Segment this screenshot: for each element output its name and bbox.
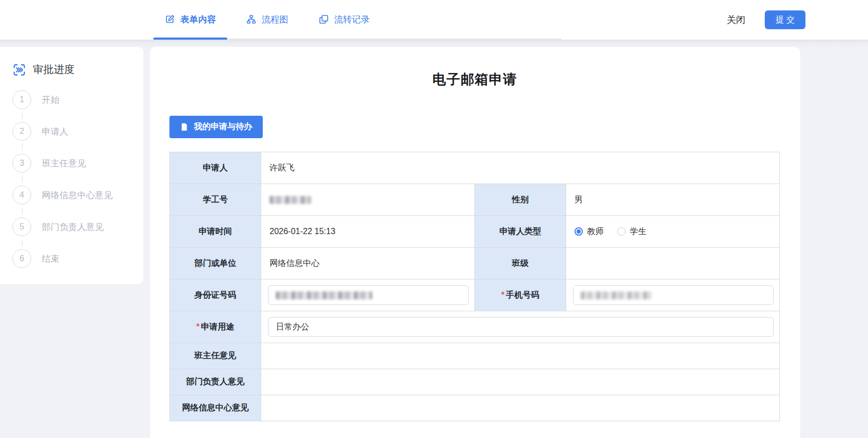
step-label: 部门负责人意见 xyxy=(42,221,104,233)
phone-cell xyxy=(566,279,780,311)
radio-student[interactable]: 学生 xyxy=(617,226,646,237)
flowchart-icon xyxy=(246,14,256,25)
step-item-applicant: 2 申请人 xyxy=(13,122,133,141)
step-label: 网络信息中心意见 xyxy=(42,189,113,201)
header-actions: 关闭 提 交 xyxy=(727,0,868,40)
radio-selected-icon xyxy=(574,227,583,236)
records-icon xyxy=(319,14,329,25)
step-item-teacher-opinion: 3 班主任意见 xyxy=(13,154,133,173)
document-icon xyxy=(180,123,189,131)
close-button[interactable]: 关闭 xyxy=(727,14,745,26)
required-marker: * xyxy=(501,290,504,299)
purpose-label-text: 申请用途 xyxy=(201,322,235,331)
applicant-type-radio-group: 教师 学生 xyxy=(574,226,771,237)
step-connector xyxy=(22,176,22,182)
required-marker: * xyxy=(196,322,199,331)
applicant-type-value: 教师 学生 xyxy=(566,216,780,248)
gender-value: 男 xyxy=(566,184,780,216)
my-applications-button[interactable]: 我的申请与待办 xyxy=(169,116,263,138)
staff-id-label: 学工号 xyxy=(170,184,261,216)
apply-time-label: 申请时间 xyxy=(170,216,261,248)
purpose-input[interactable]: 日常办公 xyxy=(268,317,774,337)
step-circle: 3 xyxy=(13,154,31,173)
class-value xyxy=(566,248,780,279)
row-purpose: *申请用途 日常办公 xyxy=(170,311,780,343)
tab-flowchart[interactable]: 流程图 xyxy=(235,0,300,39)
step-circle: 1 xyxy=(13,90,31,109)
step-connector xyxy=(22,239,22,246)
tab-form-content[interactable]: 表单内容 xyxy=(153,0,227,39)
purpose-cell: 日常办公 xyxy=(261,311,780,343)
row-department-class: 部门或单位 网络信息中心 班级 xyxy=(170,248,780,279)
radio-unselected-icon xyxy=(617,227,626,236)
step-label: 开始 xyxy=(42,94,59,106)
id-number-input[interactable] xyxy=(268,285,469,305)
id-number-label: 身份证号码 xyxy=(170,279,261,311)
step-circle: 4 xyxy=(13,186,31,204)
redacted-staff-id xyxy=(270,196,311,204)
row-staffid-gender: 学工号 性别 男 xyxy=(170,184,780,216)
gender-label: 性别 xyxy=(475,184,566,216)
nic-opinion-value xyxy=(261,395,780,421)
submit-button[interactable]: 提 交 xyxy=(765,10,805,29)
phone-label-text: 手机号码 xyxy=(506,290,540,299)
top-header: 表单内容 流程图 流转记录 关闭 提 交 xyxy=(0,0,868,40)
redacted-id-number xyxy=(276,291,372,299)
staff-id-value xyxy=(261,184,475,216)
tab-label: 流程图 xyxy=(262,14,288,26)
phone-label: *手机号码 xyxy=(475,279,566,311)
department-value: 网络信息中心 xyxy=(261,248,475,279)
department-label: 部门或单位 xyxy=(170,248,261,279)
page-content: 审批进度 1 开始 2 申请人 3 班主任意见 4 网络信息中心意见 xyxy=(0,40,868,438)
approval-progress-panel: 审批进度 1 开始 2 申请人 3 班主任意见 4 网络信息中心意见 xyxy=(0,47,143,284)
class-label: 班级 xyxy=(475,248,566,279)
row-dept-head-opinion: 部门负责人意见 xyxy=(170,369,780,395)
teacher-opinion-label: 班主任意见 xyxy=(170,343,261,369)
step-circle: 5 xyxy=(13,217,31,236)
step-circle: 2 xyxy=(13,122,31,141)
edit-icon xyxy=(165,14,175,25)
teacher-opinion-value xyxy=(261,343,780,369)
form-table: 申请人 许跃飞 学工号 性别 男 申请时间 2026-01-22 15:13 申… xyxy=(169,152,780,421)
phone-input[interactable] xyxy=(573,285,774,305)
radio-teacher[interactable]: 教师 xyxy=(574,226,604,237)
step-connector xyxy=(22,208,22,214)
step-list: 1 开始 2 申请人 3 班主任意见 4 网络信息中心意见 5 部门负责人意见 xyxy=(13,90,133,268)
approval-progress-title: 审批进度 xyxy=(33,63,75,77)
purpose-label: *申请用途 xyxy=(170,311,261,343)
tab-bar: 表单内容 流程图 流转记录 xyxy=(153,0,561,40)
step-item-end: 6 结束 xyxy=(13,249,133,268)
id-number-cell xyxy=(261,279,475,311)
dept-head-opinion-label: 部门负责人意见 xyxy=(170,369,261,395)
progress-scan-icon xyxy=(13,63,26,77)
tab-label: 流转记录 xyxy=(334,14,370,26)
active-tab-indicator xyxy=(153,38,227,40)
step-label: 申请人 xyxy=(42,126,68,138)
approval-progress-header: 审批进度 xyxy=(13,63,133,77)
step-label: 结束 xyxy=(42,253,59,265)
tab-label: 表单内容 xyxy=(180,14,216,26)
nic-opinion-label: 网络信息中心意见 xyxy=(170,395,261,421)
row-applicant: 申请人 许跃飞 xyxy=(170,152,780,184)
apply-time-value: 2026-01-22 15:13 xyxy=(261,216,475,248)
step-connector xyxy=(22,144,22,151)
applicant-label: 申请人 xyxy=(170,152,261,184)
form-card: 电子邮箱申请 我的申请与待办 申请人 许跃飞 学工号 性别 男 申请时间 202… xyxy=(150,47,800,438)
tab-flow-records[interactable]: 流转记录 xyxy=(307,0,381,39)
form-title: 电子邮箱申请 xyxy=(169,70,780,89)
purpose-input-value: 日常办公 xyxy=(276,322,309,333)
row-teacher-opinion: 班主任意见 xyxy=(170,343,780,369)
step-item-nic-opinion: 4 网络信息中心意见 xyxy=(13,186,133,204)
step-item-start: 1 开始 xyxy=(13,90,133,109)
dept-head-opinion-value xyxy=(261,369,780,395)
my-applications-button-label: 我的申请与待办 xyxy=(194,121,252,132)
step-connector xyxy=(22,112,22,119)
step-circle: 6 xyxy=(13,249,31,268)
step-label: 班主任意见 xyxy=(42,157,86,169)
row-id-phone: 身份证号码 *手机号码 xyxy=(170,279,780,311)
applicant-value: 许跃飞 xyxy=(261,152,780,184)
step-item-dept-head-opinion: 5 部门负责人意见 xyxy=(13,217,133,236)
row-nic-opinion: 网络信息中心意见 xyxy=(170,395,780,421)
radio-student-label: 学生 xyxy=(630,226,646,237)
row-time-type: 申请时间 2026-01-22 15:13 申请人类型 教师 学生 xyxy=(170,216,780,248)
